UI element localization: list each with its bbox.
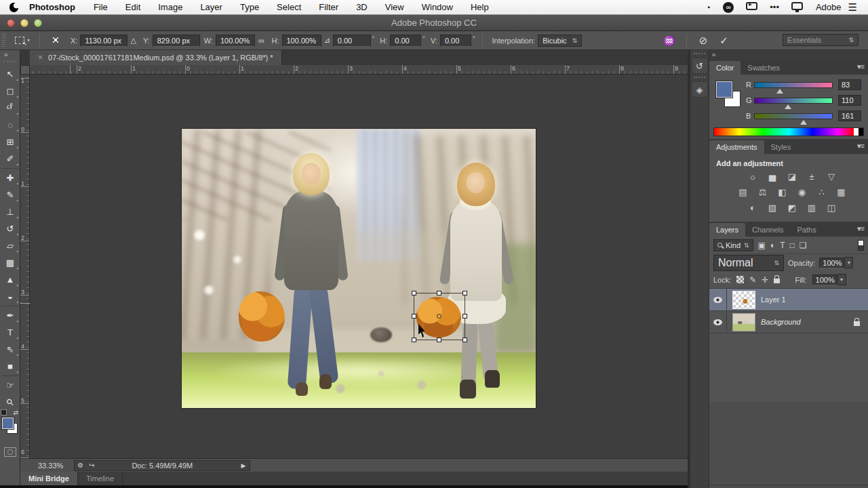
posterize-icon[interactable]: ▧ xyxy=(766,203,779,214)
filter-shape-layers-icon[interactable]: □ xyxy=(790,241,795,250)
tab-swatches[interactable]: Swatches xyxy=(741,61,787,75)
transform-handle[interactable] xyxy=(462,291,467,296)
menu-window[interactable]: Window xyxy=(413,2,462,12)
gradient-map-icon[interactable]: ▥ xyxy=(805,203,818,214)
transform-reference-point[interactable] xyxy=(437,314,441,319)
menu-help[interactable]: Help xyxy=(462,2,498,12)
width-field[interactable]: 100.00% xyxy=(216,35,255,47)
zoom-tool[interactable]: ⚲ xyxy=(0,394,20,411)
cancel-transform-button[interactable]: ⊘ xyxy=(699,35,708,47)
foreground-color-swatch[interactable] xyxy=(716,81,732,98)
apple-icon[interactable] xyxy=(9,3,18,12)
history-brush-tool[interactable]: ↺ xyxy=(0,220,20,237)
threshold-icon[interactable]: ◩ xyxy=(785,203,799,214)
document-tab[interactable]: × 07-iStock_000017617181Medium.psd @ 33.… xyxy=(30,50,282,65)
color-lookup-icon[interactable]: ▦ xyxy=(835,187,848,198)
adobe-menu-label[interactable]: Adobe xyxy=(809,2,848,12)
layer-filtering-toggle[interactable] xyxy=(858,240,864,251)
layer-row-layer1[interactable]: Layer 1 xyxy=(709,289,868,311)
x-position-field[interactable]: 1130.00 px xyxy=(80,35,127,47)
blend-mode-dropdown[interactable]: Normal ⇅ xyxy=(713,255,784,271)
rectangle-tool[interactable]: ■ xyxy=(0,358,20,375)
blue-value-field[interactable]: 161 xyxy=(838,110,861,121)
lock-all-icon[interactable] xyxy=(774,279,780,283)
swap-colors-icon[interactable]: ⇄ xyxy=(13,409,18,416)
channel-mixer-icon[interactable]: ∴ xyxy=(815,187,829,198)
panel-menu-icon[interactable]: ▾≡ xyxy=(857,62,864,71)
horizontal-ruler[interactable]: 2 1 0 1 2 3 4 5 6 7 8 9 xyxy=(30,65,688,75)
zoom-level-field[interactable]: 33.33% xyxy=(38,462,63,470)
document-image[interactable] xyxy=(182,129,536,408)
red-slider[interactable] xyxy=(754,82,833,88)
display-icon[interactable] xyxy=(791,2,803,10)
v-skew-field[interactable]: 0.00 xyxy=(440,35,471,47)
menu-layer[interactable]: Layer xyxy=(191,2,231,12)
layer-thumbnail[interactable] xyxy=(732,291,755,309)
hand-tool[interactable]: ☞ xyxy=(0,377,20,394)
quick-mask-mode-button[interactable] xyxy=(4,447,16,457)
gradient-tool[interactable]: ▩ xyxy=(0,254,20,271)
opacity-dropdown-icon[interactable]: ▼ xyxy=(845,257,853,268)
layer-filter-type-dropdown[interactable]: Kind ⇅ xyxy=(713,239,753,251)
panel-gripper[interactable] xyxy=(694,53,705,56)
crop-tool[interactable]: ⊞ xyxy=(0,134,20,150)
menu-select[interactable]: Select xyxy=(268,2,310,12)
visibility-toggle[interactable] xyxy=(709,289,727,311)
hue-saturation-icon[interactable]: ▤ xyxy=(736,187,750,198)
creative-cloud-icon[interactable]: ∞ xyxy=(723,2,734,13)
height-field[interactable]: 100.00% xyxy=(282,35,321,47)
transform-handle[interactable] xyxy=(437,338,441,342)
dock-collapse-icon[interactable]: « xyxy=(709,50,868,60)
quick-selection-tool[interactable]: ◌ xyxy=(0,117,20,134)
eyedropper-tool[interactable]: ✐ xyxy=(0,150,20,167)
maintain-aspect-ratio-icon[interactable]: ∞ xyxy=(258,36,264,45)
tool-preset-dropdown-icon[interactable]: ▾ xyxy=(27,37,30,43)
slider-thumb[interactable] xyxy=(785,104,791,109)
brush-tool[interactable]: ✎ xyxy=(0,186,20,203)
h-skew-field[interactable]: 0.00 xyxy=(390,35,421,47)
slider-thumb[interactable] xyxy=(800,120,807,125)
menu-view[interactable]: View xyxy=(376,2,413,12)
vertical-ruler[interactable]: 1 0 1 2 3 4 5 6 xyxy=(20,75,30,458)
lock-transparent-pixels-icon[interactable] xyxy=(736,276,744,283)
reference-point-locator[interactable] xyxy=(51,35,61,45)
curves-icon[interactable]: ◪ xyxy=(785,171,799,182)
transform-handle[interactable] xyxy=(462,338,467,342)
rotation-field[interactable]: 0.00 xyxy=(333,35,371,47)
fill-dropdown-icon[interactable]: ▼ xyxy=(838,274,846,285)
exposure-icon[interactable]: ± xyxy=(805,171,818,182)
status-circle-icon[interactable]: ◔ xyxy=(705,2,711,13)
panel-menu-icon[interactable]: ▾≡ xyxy=(857,224,864,233)
default-colors-icon[interactable] xyxy=(2,411,7,415)
close-document-icon[interactable]: × xyxy=(38,53,43,62)
slider-thumb[interactable] xyxy=(776,89,783,94)
panel-gripper[interactable] xyxy=(694,77,705,80)
list-menu-icon[interactable]: ☰ xyxy=(848,1,857,14)
tab-mini-bridge[interactable]: Mini Bridge xyxy=(20,472,78,485)
menu-filter[interactable]: Filter xyxy=(310,2,347,12)
relative-position-icon[interactable]: △ xyxy=(130,36,136,45)
clone-stamp-tool[interactable]: ⊥ xyxy=(0,203,20,220)
green-value-field[interactable]: 110 xyxy=(838,95,861,106)
layer-row-background[interactable]: Background xyxy=(709,311,868,333)
type-tool[interactable]: T xyxy=(0,324,20,341)
options-bar-gripper[interactable] xyxy=(2,34,5,47)
menu-photoshop[interactable]: Photoshop xyxy=(28,2,85,12)
status-options-arrow-icon[interactable]: ▶ xyxy=(241,462,245,469)
filter-type-layers-icon[interactable]: T xyxy=(780,241,785,250)
tab-layers[interactable]: Layers xyxy=(709,223,745,237)
menu-image[interactable]: Image xyxy=(149,2,191,12)
toolbar-collapse-icon[interactable]: » xyxy=(0,50,20,61)
red-value-field[interactable]: 83 xyxy=(838,79,861,90)
invert-icon[interactable]: ◐ xyxy=(746,203,760,214)
history-panel-button[interactable]: ↺ xyxy=(692,58,708,74)
green-slider[interactable] xyxy=(754,98,833,104)
transform-handle[interactable] xyxy=(437,291,441,296)
black-white-icon[interactable]: ◧ xyxy=(776,187,789,198)
tab-channels[interactable]: Channels xyxy=(745,223,790,237)
transform-handle[interactable] xyxy=(412,291,416,296)
screen-capture-icon[interactable] xyxy=(746,2,757,10)
eraser-tool[interactable]: ▱ xyxy=(0,237,20,254)
ellipsis-icon[interactable]: ••• xyxy=(770,2,779,12)
opacity-field[interactable]: 100% xyxy=(819,258,845,268)
